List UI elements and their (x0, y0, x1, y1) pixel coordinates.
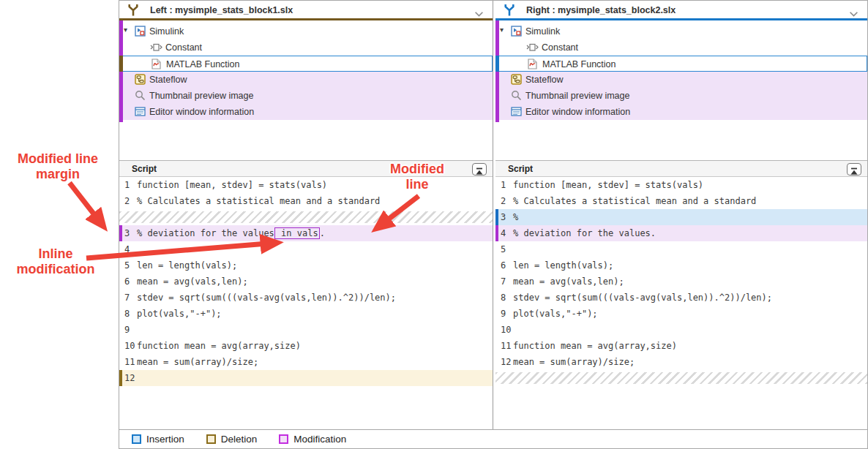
legend-item-modification: Modification (279, 434, 346, 445)
line-number: 11 (501, 341, 511, 351)
line-text: plot(vals,"-+"); (137, 309, 222, 319)
legend-label: Insertion (146, 434, 184, 445)
code-line-normal: 10 (495, 322, 867, 338)
line-text: mean = avg(vals,len); (513, 276, 624, 287)
code-line-normal: 2% Calculates a statistical mean and a s… (119, 193, 493, 209)
code-line-normal: 4 (119, 241, 493, 257)
line-text: stdev = sqrt(sum(((vals-avg(vals,len)).^… (513, 293, 772, 303)
line-number: 8 (124, 309, 130, 319)
tree-item-matlab-function[interactable]: MATLAB Function (495, 56, 867, 72)
deletion-swatch (206, 434, 216, 444)
go-to-top-icon (475, 165, 484, 178)
diff-legend: Insertion Deletion Modification (119, 429, 867, 448)
tree-item-editor-window-information[interactable]: Editor window information (119, 104, 493, 120)
code-line-normal: 6mean = avg(vals,len); (119, 273, 493, 290)
code-line-normal: 12mean = sum(array)/size; (495, 354, 867, 370)
selected-diff-margin (119, 56, 123, 72)
tree-item-matlab-function[interactable]: MATLAB Function (119, 56, 493, 72)
left-script-header: Script (119, 160, 493, 177)
left-file-selector[interactable]: Left : mysimple_stats_block1.slx (119, 1, 493, 20)
code-line-deleted[interactable]: 12 (119, 370, 493, 386)
left-tree: ▾SimulinkConstantMATLAB FunctionStateflo… (119, 20, 493, 122)
line-text: function mean = avg(array,size) (513, 341, 677, 351)
deleted-margin-bar (119, 370, 122, 386)
code-line-inserted[interactable]: 3% (495, 209, 867, 225)
line-number: 10 (124, 341, 135, 351)
modified-margin-bar (495, 225, 498, 241)
line-number: 12 (124, 373, 135, 383)
matlab-function-icon (527, 59, 538, 72)
constant-icon (526, 42, 539, 55)
line-number: 9 (124, 325, 130, 335)
insertion-swatch (132, 434, 141, 444)
line-number: 2 (501, 196, 506, 206)
arrow-to-modified-margin (70, 183, 103, 226)
tree-item-constant[interactable]: Constant (119, 39, 493, 56)
line-number: 11 (124, 357, 135, 367)
line-text: len = length(vals); (513, 260, 613, 271)
tree-item-label: Thumbnail preview image (525, 91, 629, 101)
line-text: % deviation for the values. (513, 228, 656, 238)
go-to-top-button[interactable] (847, 163, 861, 176)
modification-swatch (279, 434, 288, 444)
code-line-normal: 9plot(vals,"-+"); (495, 306, 867, 322)
right-panel: Right : mysimple_stats_block2.slx ▾Simul… (495, 1, 867, 429)
simulink-icon (511, 26, 522, 39)
right-file-selector[interactable]: Right : mysimple_stats_block2.slx (495, 1, 867, 20)
tree-item-stateflow[interactable]: Stateflow (119, 72, 493, 88)
branch-icon (127, 3, 140, 20)
code-line-normal: 11function mean = avg(array,size) (495, 338, 867, 354)
code-line-modified[interactable]: 4% deviation for the values. (495, 225, 867, 241)
tree-item-label: Constant (165, 42, 202, 53)
tree-item-constant[interactable]: Constant (495, 39, 867, 56)
code-line-modified[interactable]: 3% deviation for the values in vals. (119, 225, 493, 241)
hatched-placeholder-row (119, 209, 493, 225)
code-line-normal: 7mean = avg(vals,len); (495, 273, 867, 290)
tree-item-thumbnail-preview-image[interactable]: Thumbnail preview image (495, 88, 867, 104)
left-code: 1function [mean, stdev] = stats(vals)2% … (119, 177, 493, 429)
line-number: 9 (501, 309, 506, 319)
comparison-window: Left : mysimple_stats_block1.slx ▾Simuli… (119, 0, 868, 449)
hatched-placeholder-row (495, 370, 867, 386)
line-text: len = length(vals); (137, 260, 237, 271)
legend-item-insertion: Insertion (132, 434, 184, 445)
right-file-title: Right : mysimple_stats_block2.slx (526, 5, 676, 15)
line-text: function [mean, stdev] = stats(vals) (137, 180, 327, 190)
magnifier-icon (511, 90, 522, 103)
line-number: 12 (501, 357, 511, 367)
inserted-margin-bar (495, 209, 498, 225)
line-number: 4 (124, 244, 130, 254)
editor-window-icon (511, 106, 522, 119)
line-text: mean = sum(array)/size; (137, 357, 258, 367)
modified-margin-bar (119, 225, 122, 241)
simulink-icon (135, 26, 146, 39)
legend-label: Deletion (221, 434, 258, 445)
line-text: function [mean, stdev] = stats(vals) (513, 180, 703, 190)
code-line-normal: 5len = length(vals); (119, 257, 493, 273)
annotation-inline-modification: Inline modification (0, 246, 111, 277)
tree-item-simulink[interactable]: ▾Simulink (119, 23, 493, 39)
line-number: 3 (124, 228, 130, 238)
inline-modification-box[interactable]: in vals (274, 227, 320, 239)
line-number: 7 (501, 276, 506, 287)
line-text: stdev = sqrt(sum(((vals-avg(vals,len)).^… (137, 293, 396, 303)
code-line-normal: 7stdev = sqrt(sum(((vals-avg(vals,len)).… (119, 290, 493, 306)
line-text: % Calculates a statistical mean and a st… (513, 196, 756, 206)
tree-item-simulink[interactable]: ▾Simulink (495, 23, 867, 39)
magnifier-icon (135, 90, 146, 103)
tree-expander-icon[interactable]: ▾ (500, 26, 504, 34)
code-line-normal: 2% Calculates a statistical mean and a s… (495, 193, 867, 209)
tree-item-thumbnail-preview-image[interactable]: Thumbnail preview image (119, 88, 493, 104)
right-script-panel: Script 1function [mean, stdev] = stats(v… (495, 160, 867, 429)
go-to-top-button[interactable] (472, 163, 487, 176)
code-line-normal: 6len = length(vals); (495, 257, 867, 273)
tree-item-stateflow[interactable]: Stateflow (495, 72, 867, 88)
code-line-normal: 5 (495, 241, 867, 257)
tree-item-label: Thumbnail preview image (149, 91, 253, 101)
hatch-pattern (119, 211, 493, 223)
line-number: 6 (501, 260, 506, 271)
right-tree: ▾SimulinkConstantMATLAB FunctionStateflo… (495, 20, 867, 122)
left-panel: Left : mysimple_stats_block1.slx ▾Simuli… (119, 1, 493, 429)
tree-item-editor-window-information[interactable]: Editor window information (495, 104, 867, 120)
tree-expander-icon[interactable]: ▾ (124, 26, 127, 34)
